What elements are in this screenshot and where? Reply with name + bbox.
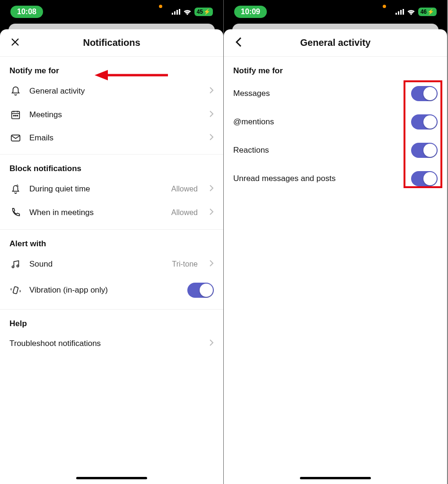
svg-rect-3	[179, 9, 180, 15]
chevron-right-icon	[209, 133, 214, 143]
row-unread: Unread messages and posts	[224, 164, 447, 193]
row-emails[interactable]: Emails	[0, 127, 223, 149]
mentions-toggle[interactable]	[411, 114, 438, 130]
row-value: Tri-tone	[172, 260, 198, 268]
svg-rect-2	[176, 10, 178, 15]
svg-point-10	[12, 266, 14, 268]
row-label: Vibration (in-app only)	[29, 285, 180, 295]
chevron-left-icon	[235, 37, 243, 49]
phone-icon	[9, 207, 22, 218]
chevron-right-icon	[209, 208, 214, 217]
unread-toggle[interactable]	[411, 171, 438, 186]
row-label: When in meetings	[29, 208, 164, 217]
row-label: Sound	[29, 259, 164, 269]
svg-point-7	[17, 115, 18, 116]
close-button[interactable]	[8, 35, 23, 51]
svg-point-5	[13, 115, 14, 116]
notifications-sheet: Notifications Notify me for General acti…	[0, 29, 223, 484]
svg-text:z: z	[17, 184, 18, 187]
back-button[interactable]	[231, 35, 246, 51]
row-label: Troubleshoot notifications	[9, 339, 202, 348]
bell-icon	[9, 86, 22, 96]
section-block-notifications: Block notifications	[0, 155, 223, 177]
section-notify-me-for: Notify me for	[224, 57, 447, 79]
svg-point-11	[17, 265, 19, 267]
chevron-right-icon	[209, 339, 214, 348]
calendar-icon	[9, 110, 22, 120]
svg-rect-16	[398, 11, 399, 15]
close-icon	[10, 37, 20, 49]
row-in-meetings[interactable]: When in meetings Allowed	[0, 201, 223, 225]
chevron-right-icon	[209, 86, 214, 96]
svg-point-6	[15, 115, 16, 116]
chevron-right-icon	[209, 110, 214, 120]
row-value: Allowed	[171, 185, 198, 193]
chevron-right-icon	[209, 184, 214, 194]
general-activity-sheet: General activity Notify me for Messages …	[224, 29, 447, 484]
home-indicator[interactable]	[300, 477, 371, 479]
recording-indicator-icon	[159, 5, 162, 8]
row-meetings[interactable]: Meetings	[0, 103, 223, 127]
row-general-activity[interactable]: General activity	[0, 79, 223, 103]
section-help: Help	[0, 310, 223, 332]
battery-percent: 46	[421, 9, 427, 15]
quiet-time-icon: z	[9, 184, 22, 194]
svg-rect-0	[172, 13, 173, 15]
svg-rect-18	[403, 9, 404, 15]
right-screenshot: 10:09 46⚡ General activity Notify me for	[224, 0, 448, 484]
cellular-signal-icon	[172, 9, 180, 15]
row-label: Meetings	[29, 110, 202, 120]
wifi-icon	[407, 9, 415, 15]
row-label: Reactions	[233, 146, 411, 155]
battery-indicator: 46⚡	[418, 8, 437, 16]
row-messages: Messages	[224, 79, 447, 108]
row-label: Unread messages and posts	[233, 174, 411, 183]
cellular-signal-icon	[395, 9, 404, 15]
row-troubleshoot[interactable]: Troubleshoot notifications	[0, 332, 223, 355]
row-reactions: Reactions	[224, 136, 447, 164]
row-sound[interactable]: Sound Tri-tone	[0, 252, 223, 276]
row-mentions: @mentions	[224, 108, 447, 136]
section-notify-me-for: Notify me for	[0, 57, 223, 79]
row-label: @mentions	[233, 117, 411, 127]
battery-indicator: 45⚡	[194, 8, 213, 16]
vibration-toggle[interactable]	[187, 283, 214, 298]
wifi-icon	[183, 9, 192, 15]
left-screenshot: 10:08 45⚡ Notifications Notify me for	[0, 0, 224, 484]
section-alert-with: Alert with	[0, 230, 223, 252]
page-title: General activity	[300, 37, 371, 48]
status-right: 46⚡	[395, 8, 437, 16]
row-label: During quiet time	[29, 184, 164, 194]
statusbar-right: 10:09 46⚡	[224, 0, 447, 24]
messages-toggle[interactable]	[411, 86, 438, 101]
status-right: 45⚡	[172, 8, 213, 16]
row-quiet-time[interactable]: z During quiet time Allowed	[0, 177, 223, 201]
row-label: Messages	[233, 89, 411, 98]
mail-icon	[9, 134, 22, 142]
row-label: General activity	[29, 86, 202, 96]
row-vibration: Vibration (in-app only)	[0, 276, 223, 304]
vibration-icon	[9, 285, 22, 295]
sheet-header: General activity	[224, 29, 447, 57]
sheet-header: Notifications	[0, 29, 223, 57]
recording-indicator-icon	[383, 5, 386, 8]
page-title: Notifications	[83, 37, 140, 48]
row-label: Emails	[29, 133, 202, 143]
svg-rect-1	[174, 11, 176, 15]
svg-rect-17	[400, 10, 402, 15]
statusbar-left: 10:08 45⚡	[0, 0, 223, 24]
svg-rect-15	[395, 13, 397, 15]
time-pill: 10:08	[10, 6, 43, 18]
row-value: Allowed	[171, 208, 198, 217]
music-note-icon	[9, 259, 22, 269]
time-pill: 10:09	[234, 6, 267, 18]
home-indicator[interactable]	[76, 477, 147, 479]
reactions-toggle[interactable]	[411, 143, 438, 158]
battery-percent: 45	[197, 9, 203, 15]
chevron-right-icon	[209, 259, 214, 269]
svg-rect-12	[13, 286, 18, 294]
